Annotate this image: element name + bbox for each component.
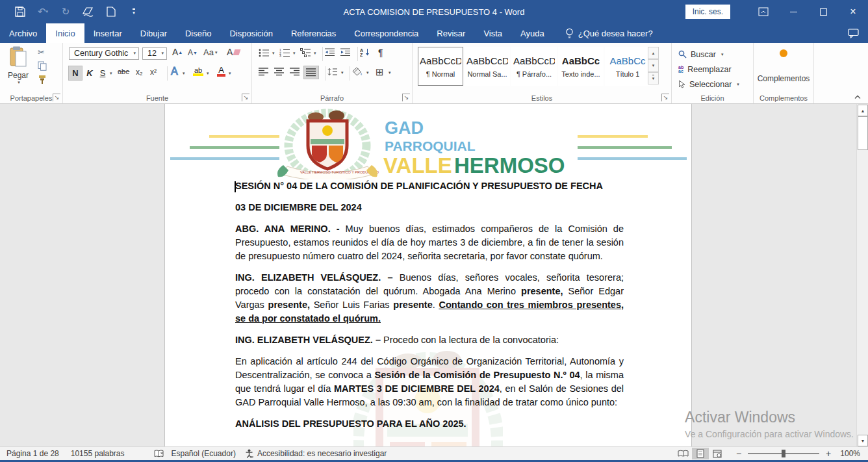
style-texto-independiente[interactable]: AaBbCc Texto inde...	[558, 47, 604, 86]
increase-indent-button[interactable]	[340, 48, 351, 57]
redo-icon[interactable]: ↻	[60, 6, 71, 18]
font-name-combobox[interactable]: Century Gothic▾	[69, 47, 139, 60]
scroll-up-icon[interactable]: ▲	[858, 105, 868, 116]
tab-inicio[interactable]: Inicio	[46, 23, 84, 43]
italic-button[interactable]: K	[84, 66, 95, 80]
ribbon-display-options-icon[interactable]	[748, 0, 778, 23]
underline-button[interactable]: S	[97, 66, 108, 80]
tab-insertar[interactable]: Insertar	[84, 23, 131, 43]
word-count[interactable]: 10155 palabras	[71, 449, 125, 458]
bullets-button[interactable]	[259, 49, 270, 57]
scrollbar-thumb[interactable]	[858, 116, 868, 150]
shading-dropdown[interactable]: ▾	[366, 70, 369, 75]
subscript-button[interactable]: x₂	[136, 68, 143, 77]
addins-button[interactable]: Complementos	[754, 48, 813, 83]
tab-correspondencia[interactable]: Correspondencia	[345, 23, 428, 43]
read-mode-icon[interactable]	[675, 448, 692, 459]
borders-dropdown[interactable]: ▾	[389, 70, 391, 75]
underline-dropdown[interactable]: ▾	[110, 71, 112, 76]
decrease-indent-button[interactable]	[325, 48, 335, 57]
font-size-combobox[interactable]: 12▾	[142, 47, 167, 60]
zoom-slider-thumb[interactable]	[782, 450, 785, 457]
minimize-button[interactable]	[778, 0, 808, 23]
clipboard-dialog-launcher[interactable]: ↘	[53, 94, 60, 101]
multilevel-dropdown[interactable]: ▾	[314, 51, 316, 56]
sign-in-button[interactable]: Inic. ses.	[685, 5, 730, 19]
bold-button[interactable]: N	[69, 66, 82, 80]
document-text[interactable]: SESIÓN N° 04 DE LA COMISIÓN DE PLANIFICA…	[235, 179, 624, 439]
tab-revisar[interactable]: Revisar	[428, 23, 474, 43]
style-normal[interactable]: AaBbCcDc ¶ Normal	[418, 47, 463, 86]
sort-button[interactable]: AZ	[360, 47, 370, 57]
new-document-icon[interactable]	[105, 6, 117, 18]
scroll-down-icon[interactable]: ▼	[858, 435, 868, 446]
feedback-icon[interactable]	[848, 23, 859, 43]
zoom-out-button[interactable]: −	[736, 448, 741, 459]
zoom-slider[interactable]	[748, 453, 819, 454]
grow-font-button[interactable]: A▲	[172, 47, 183, 57]
highlight-button[interactable]: ab	[193, 66, 203, 76]
change-case-button[interactable]: Aa▾	[203, 47, 217, 57]
multilevel-list-button[interactable]	[300, 48, 311, 57]
select-button[interactable]: Seleccionar▾	[678, 77, 753, 91]
close-button[interactable]: ×	[838, 0, 868, 23]
style-normal-sa[interactable]: AaBbCcD Normal Sa...	[465, 47, 510, 86]
page-indicator[interactable]: Página 1 de 28	[6, 449, 59, 458]
tell-me-box[interactable]: ¿Qué desea hacer?	[559, 23, 659, 43]
styles-dialog-launcher[interactable]: ↘	[661, 94, 669, 101]
copy-icon[interactable]	[38, 61, 47, 71]
superscript-button[interactable]: x²	[150, 68, 157, 77]
align-left-button[interactable]	[259, 68, 269, 76]
tab-archivo[interactable]: Archivo	[0, 23, 46, 43]
borders-button[interactable]: ⊞	[376, 66, 384, 78]
font-color-button[interactable]: A	[217, 65, 225, 77]
vertical-scrollbar[interactable]: ▲ ▼	[856, 104, 868, 447]
format-painter-icon[interactable]	[38, 75, 47, 84]
maximize-button[interactable]	[808, 0, 838, 23]
text-effects-button[interactable]: A	[171, 66, 178, 77]
tab-dibujar[interactable]: Dibujar	[131, 23, 176, 43]
numbering-dropdown[interactable]: ▾	[293, 51, 296, 56]
text-effects-dropdown[interactable]: ▾	[183, 71, 185, 76]
strikethrough-button[interactable]: abe	[118, 68, 129, 75]
clear-formatting-button[interactable]: A	[227, 47, 240, 57]
line-spacing-button[interactable]	[327, 68, 338, 76]
find-button[interactable]: Buscar▾	[678, 47, 753, 61]
paste-button[interactable]: Pegar ▾	[4, 46, 32, 89]
replace-button[interactable]: ab ac Reemplazar	[678, 62, 753, 76]
zoom-in-button[interactable]: +	[826, 448, 831, 459]
tab-diseno[interactable]: Diseño	[176, 23, 220, 43]
proofing-errors-icon[interactable]	[154, 450, 164, 458]
style-titulo-1[interactable]: AaBbCc Título 1	[605, 47, 650, 86]
shading-button[interactable]	[352, 67, 363, 76]
bullets-dropdown[interactable]: ▾	[272, 51, 275, 56]
cut-icon[interactable]: ✂	[38, 47, 45, 57]
eraser-icon[interactable]	[83, 6, 94, 18]
tab-ayuda[interactable]: Ayuda	[511, 23, 554, 43]
web-layout-icon[interactable]	[709, 448, 726, 459]
align-right-button[interactable]	[290, 68, 300, 76]
shrink-font-button[interactable]: A▼	[188, 48, 198, 57]
style-gallery-more-icon[interactable]: ▾	[648, 72, 659, 84]
numbering-button[interactable]: 123	[279, 48, 290, 57]
tab-vista[interactable]: Vista	[474, 23, 511, 43]
show-paragraph-marks-button[interactable]: ¶	[378, 47, 383, 58]
font-dialog-launcher[interactable]: ↘	[242, 94, 249, 101]
style-gallery-up-icon[interactable]: ▴	[648, 47, 659, 59]
font-color-dropdown[interactable]: ▾	[229, 71, 231, 76]
tab-referencias[interactable]: Referencias	[282, 23, 345, 43]
paragraph-dialog-launcher[interactable]: ↘	[402, 94, 410, 101]
customize-qat-icon[interactable]: ▾	[128, 6, 140, 18]
style-parrafo[interactable]: AaBbCcD ¶ Párrafo...	[511, 47, 557, 86]
highlight-dropdown[interactable]: ▾	[207, 71, 209, 76]
accessibility-status[interactable]: Accesibilidad: es necesario investigar	[257, 449, 387, 458]
style-gallery-down-icon[interactable]: ▾	[648, 59, 659, 71]
justify-button[interactable]	[304, 66, 318, 79]
tab-disposicion[interactable]: Disposición	[220, 23, 281, 43]
line-spacing-dropdown[interactable]: ▾	[341, 70, 344, 75]
zoom-level[interactable]: 100%	[840, 449, 860, 458]
language-indicator[interactable]: Español (Ecuador)	[171, 449, 235, 458]
save-icon[interactable]	[14, 6, 26, 18]
print-layout-icon[interactable]	[692, 448, 709, 459]
undo-icon[interactable]: ↶▾	[37, 6, 49, 18]
